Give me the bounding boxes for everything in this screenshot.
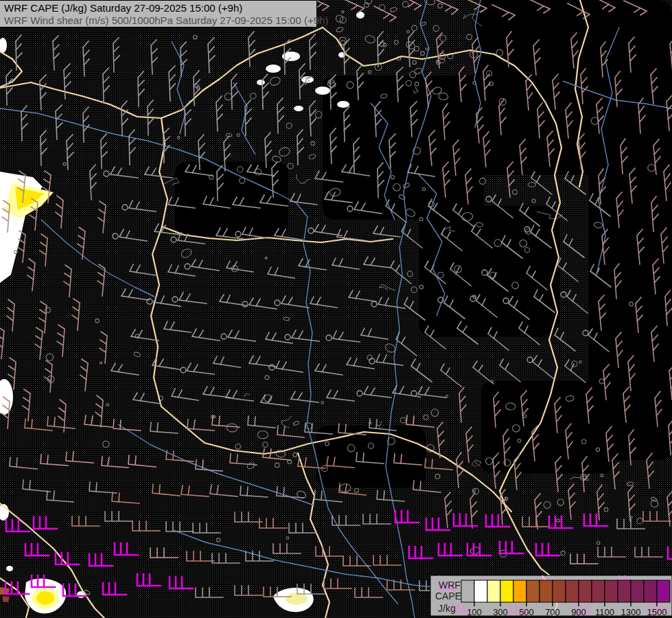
title-line-shear: WRF Wind shear (m/s) 500/1000hPa Saturda… [4, 14, 316, 27]
legend-color-cell [644, 580, 657, 602]
legend-field-label: CAPE [435, 591, 461, 602]
legend-unit-label: J/kg [438, 603, 456, 614]
weather-map-screenshot: WRFCAPEJ/kg100300500700900110013001500 W… [0, 0, 672, 618]
legend-color-cell [579, 580, 592, 602]
dark-region [480, 381, 614, 474]
cape-legend: WRFCAPEJ/kg100300500700900110013001500 [430, 575, 672, 617]
dark-region [323, 76, 484, 220]
legend-tick-label: 500 [519, 607, 534, 617]
legend-model-label: WRF [439, 580, 461, 591]
legend-color-cell [487, 580, 500, 602]
map-canvas: WRFCAPEJ/kg100300500700900110013001500 [0, 0, 672, 618]
legend-tick-label: 700 [545, 607, 560, 617]
legend-tick-label: 300 [493, 607, 508, 617]
legend-color-cell [657, 580, 670, 602]
legend-color-cell [474, 580, 487, 602]
legend-color-cell [592, 580, 605, 602]
title-line-cape: WRF CAPE (J/kg) Saturday 27-09-2025 15:0… [4, 1, 316, 14]
legend-color-cell [605, 580, 618, 602]
legend-tick-label: 1100 [595, 607, 614, 617]
legend-color-cell [513, 580, 526, 602]
legend-tick-label: 100 [467, 607, 482, 617]
legend-tick-label: 900 [571, 607, 586, 617]
legend-tick-label: 1500 [647, 607, 667, 617]
legend-color-cell [631, 580, 644, 602]
legend-color-cell [500, 580, 513, 602]
legend-color-cell [526, 580, 540, 602]
legend-color-cell [540, 580, 553, 602]
dark-region [316, 426, 426, 488]
legend-color-cell [553, 580, 566, 602]
legend-tick-label: 1300 [621, 607, 641, 617]
legend-color-cell [618, 580, 631, 602]
title-overlay: WRF CAPE (J/kg) Saturday 27-09-2025 15:0… [0, 0, 317, 27]
legend-color-cell [566, 580, 579, 602]
